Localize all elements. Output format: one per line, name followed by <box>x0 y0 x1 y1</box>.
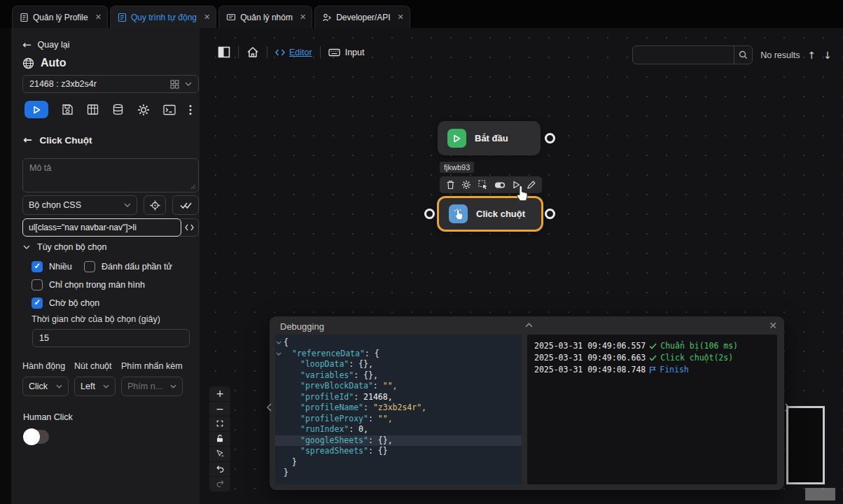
undo-icon <box>216 465 225 473</box>
pick-element-button[interactable] <box>144 195 166 215</box>
search-button[interactable] <box>734 46 752 64</box>
more-vertical-icon[interactable] <box>189 104 192 115</box>
database-icon[interactable] <box>112 104 124 115</box>
save-icon[interactable] <box>62 104 74 115</box>
play-icon <box>453 134 461 143</box>
search-next-icon[interactable]: ↓ <box>823 50 832 61</box>
tab-developer-api[interactable]: Developer/API ✕ <box>314 6 410 28</box>
chevron-down-icon <box>124 203 131 207</box>
search-input[interactable] <box>633 50 734 60</box>
checkbox-box <box>32 279 43 290</box>
editor-tab[interactable]: Editor <box>275 48 312 57</box>
table-icon[interactable] <box>87 104 99 115</box>
lock-button[interactable] <box>209 432 230 447</box>
redo-button[interactable] <box>209 477 230 491</box>
toggle-knob <box>23 428 40 445</box>
description-textarea[interactable]: Mô tả <box>22 158 199 192</box>
chevron-down-icon <box>23 245 30 249</box>
lock-icon <box>216 434 224 443</box>
zoom-toolbar: + − <box>209 386 230 491</box>
checkbox-danh-dau[interactable]: Đánh dấu phần tử <box>84 261 172 272</box>
checkbox-nhieu[interactable]: Nhiều <box>32 261 72 272</box>
mouse-button-select[interactable]: Left <box>74 377 116 396</box>
timeout-input[interactable]: 15 <box>32 329 190 347</box>
divider <box>267 46 267 58</box>
checkbox-chi-chon[interactable]: Chỉ chọn trong màn hình <box>32 279 145 290</box>
action-select[interactable]: Click <box>22 377 69 396</box>
input-icon <box>328 48 340 57</box>
click-node-output-port[interactable] <box>545 209 555 219</box>
developer-tab-icon <box>322 13 332 22</box>
panel-toggle-icon[interactable] <box>218 46 230 58</box>
block-title: Click Chuột <box>40 135 92 146</box>
action-row: Hành động Click Nút chuột Left Phím nhấn… <box>22 361 183 396</box>
delete-icon[interactable] <box>446 180 455 190</box>
fit-view-button[interactable] <box>209 416 230 431</box>
description-placeholder: Mô tả <box>29 163 51 173</box>
flow-canvas[interactable]: Editor Input No results ↑ ↓ B <box>200 28 843 504</box>
gear-icon[interactable] <box>137 104 150 116</box>
select-mode-button[interactable] <box>209 447 230 461</box>
canvas-toolbar: Editor Input <box>218 46 364 58</box>
human-click-toggle[interactable] <box>25 430 49 444</box>
copy-select-icon[interactable] <box>478 180 488 190</box>
zoom-in-button[interactable]: + <box>209 386 230 401</box>
json-view[interactable]: {"referenceData": {"loopData": {},"varia… <box>275 335 522 484</box>
tab-close-icon[interactable]: ✕ <box>204 13 210 22</box>
input-tab[interactable]: Input <box>328 48 365 57</box>
tab-quy-trinh-tu-dong[interactable]: Quy trình tự động ✕ <box>110 6 216 28</box>
panel-right-chevron[interactable] <box>785 403 790 412</box>
selector-options-header[interactable]: Tùy chọn bộ chọn <box>23 242 106 252</box>
search-results-status: No results <box>760 50 800 60</box>
terminal-icon[interactable] <box>163 104 176 115</box>
tab-quan-ly-nhom[interactable]: Quản lý nhóm ✕ <box>218 6 312 28</box>
minimap-viewport[interactable] <box>805 488 835 500</box>
tab-close-icon[interactable]: ✕ <box>398 13 404 22</box>
page-title-text: Auto <box>41 57 66 69</box>
tab-bar: Quản lý Profile ✕ Quy trình tự động ✕ Qu… <box>0 0 843 28</box>
modifier-key-select[interactable]: Phím n... <box>121 377 183 396</box>
search-prev-icon[interactable]: ↑ <box>808 50 816 61</box>
run-button[interactable] <box>25 101 48 118</box>
search-icon <box>739 50 748 59</box>
block-header: ← Click Chuột <box>23 134 92 146</box>
zoom-out-button[interactable]: − <box>209 402 230 416</box>
start-node-output-port[interactable] <box>545 133 555 144</box>
start-node-icon <box>447 129 466 148</box>
search-box <box>632 46 753 64</box>
settings-icon[interactable] <box>461 180 471 190</box>
collapse-panel-icon[interactable] <box>525 323 533 328</box>
tab-close-icon[interactable]: ✕ <box>95 13 102 22</box>
tab-close-icon[interactable]: ✕ <box>300 13 306 22</box>
search-group: No results ↑ ↓ <box>632 46 832 64</box>
undo-button[interactable] <box>209 462 230 477</box>
panel-left-chevron[interactable] <box>267 403 272 412</box>
close-panel-icon[interactable]: ✕ <box>769 320 777 331</box>
checkbox-cho-bo-chon[interactable]: Chờ bộ chọn <box>32 298 99 309</box>
minimap[interactable] <box>786 406 825 484</box>
code-button[interactable] <box>180 218 199 237</box>
chevron-down-icon <box>185 82 192 86</box>
home-icon[interactable] <box>246 46 259 58</box>
human-click-label: Human Click <box>23 412 73 422</box>
verify-selector-button[interactable] <box>172 195 199 215</box>
tab-label: Quy trình tự động <box>131 13 197 22</box>
selector-input[interactable] <box>22 218 181 237</box>
toggle-icon[interactable] <box>494 181 506 189</box>
back-link[interactable]: ← Quay lại <box>22 38 69 51</box>
selector-type-select[interactable]: Bộ chọn CSS <box>22 195 137 215</box>
log-view[interactable]: 2025-03-31 09:49:06.557Chuẩn bị(106 ms)2… <box>527 335 777 484</box>
pointer-star-icon <box>216 449 224 458</box>
back-label: Quay lại <box>38 40 70 50</box>
profile-select[interactable]: 21468 : z3xb2s4r <box>22 75 199 93</box>
click-node-label: Click chuột <box>476 209 525 219</box>
start-node[interactable]: Bắt đầu <box>438 121 541 155</box>
block-back-icon[interactable]: ← <box>23 134 32 146</box>
code-icon <box>275 49 285 56</box>
fit-view-icon <box>216 419 224 428</box>
resize-handle-icon[interactable] <box>190 184 196 190</box>
click-node-icon <box>449 204 468 223</box>
click-node-input-port[interactable] <box>424 209 435 219</box>
checkbox-box <box>32 298 43 309</box>
tab-quan-ly-profile[interactable]: Quản lý Profile ✕ <box>12 6 108 28</box>
